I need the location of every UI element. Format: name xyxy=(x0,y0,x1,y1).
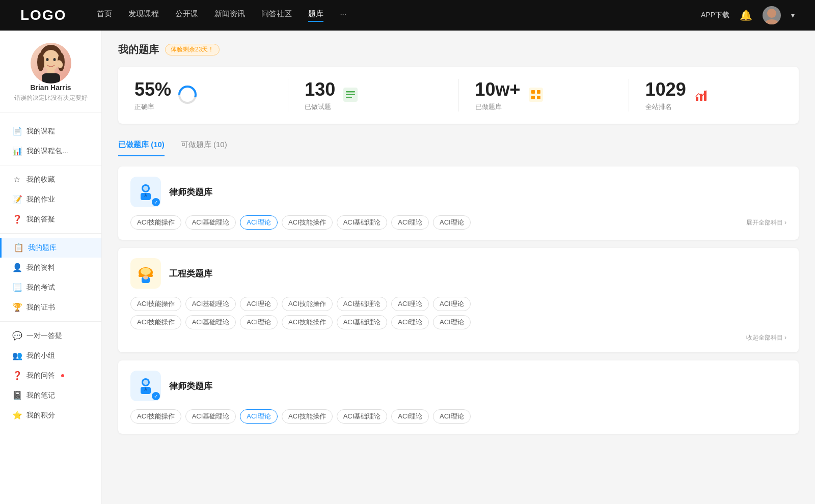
bank-tag[interactable]: ACI基础理论 xyxy=(337,297,388,311)
bank-tag[interactable]: ACI基础理论 xyxy=(185,315,236,329)
nav-news[interactable]: 新闻资讯 xyxy=(214,9,245,22)
bank-tag-active[interactable]: ACI理论 xyxy=(240,409,278,424)
check-badge-icon: ✓ xyxy=(152,198,160,206)
divider xyxy=(0,233,101,234)
svg-point-28 xyxy=(143,186,148,191)
stat-accuracy-label: 正确率 xyxy=(134,102,171,111)
main-content: 我的题库 体验剩余23天！ 55% 正确率 xyxy=(102,31,815,504)
svg-point-32 xyxy=(141,268,151,275)
bank-tag-active[interactable]: ACI理论 xyxy=(240,215,278,230)
sidebar-item-label: 我的题库 xyxy=(28,243,57,253)
user-avatar[interactable] xyxy=(763,6,781,24)
favorites-icon: ☆ xyxy=(12,175,21,184)
logo[interactable]: LOGO xyxy=(20,7,66,23)
bank-tag[interactable]: ACI技能操作 xyxy=(282,215,333,230)
collapse-button[interactable]: 收起全部科目 › xyxy=(130,333,786,342)
sidebar-item-label: 我的课程 xyxy=(26,127,55,136)
one-on-one-icon: 💬 xyxy=(12,331,21,341)
list-icon xyxy=(341,86,360,105)
sidebar-item-qa[interactable]: ❓ 我的答疑 xyxy=(0,209,101,229)
qa-icon: ❓ xyxy=(12,214,21,224)
svg-rect-21 xyxy=(531,96,535,99)
svg-point-4 xyxy=(37,53,44,71)
bank-tag[interactable]: ACI理论 xyxy=(433,297,471,311)
svg-rect-18 xyxy=(529,88,543,102)
sidebar-item-homework[interactable]: 📝 我的作业 xyxy=(0,189,101,209)
nav-home[interactable]: 首页 xyxy=(97,9,112,22)
sidebar-item-question-bank[interactable]: 📋 我的题库 xyxy=(0,238,101,258)
bank-tag[interactable]: ACI技能操作 xyxy=(130,297,181,311)
sidebar-item-group[interactable]: 👥 我的小组 xyxy=(0,346,101,366)
sidebar-item-points[interactable]: ⭐ 我的积分 xyxy=(0,405,101,425)
bank-tags-row: ACI技能操作 ACI基础理论 ACI理论 ACI技能操作 ACI基础理论 AC… xyxy=(130,409,786,424)
sidebar-item-label: 我的积分 xyxy=(26,411,55,420)
bank-tag[interactable]: ACI理论 xyxy=(391,315,429,329)
user-dropdown-icon[interactable]: ▾ xyxy=(791,11,795,19)
bank-card-header: 工程类题库 xyxy=(130,258,786,289)
svg-point-13 xyxy=(183,91,192,99)
bank-tag[interactable]: ACI技能操作 xyxy=(282,315,333,329)
sidebar-item-exam[interactable]: 📃 我的考试 xyxy=(0,277,101,297)
sidebar-item-label: 我的问答 xyxy=(26,371,55,380)
user-tagline: 错误的决定比没有决定要好 xyxy=(14,94,88,102)
bank-tag[interactable]: ACI理论 xyxy=(240,315,278,329)
tab-done-banks[interactable]: 已做题库 (10) xyxy=(118,136,165,156)
check-badge-icon: ✓ xyxy=(152,392,160,400)
sidebar-item-label: 我的笔记 xyxy=(26,391,55,400)
stat-done-questions-value: 130 xyxy=(305,79,335,100)
bank-tag[interactable]: ACI技能操作 xyxy=(282,409,333,424)
trial-badge: 体验剩余23天！ xyxy=(165,44,220,55)
sidebar-item-course-pack[interactable]: 📊 我的课程包... xyxy=(0,141,101,161)
notification-bell-icon[interactable]: 🔔 xyxy=(740,9,752,21)
bank-tag[interactable]: ACI理论 xyxy=(391,297,429,311)
bank-tag[interactable]: ACI理论 xyxy=(433,215,471,230)
stat-done-banks: 10w+ 已做题库 xyxy=(459,79,629,111)
app-download-button[interactable]: APP下载 xyxy=(701,11,729,20)
stat-accuracy-value: 55% xyxy=(134,79,171,100)
bank-card-lawyer-2: ✓ 律师类题库 ACI技能操作 ACI基础理论 ACI理论 ACI技能操作 AC… xyxy=(118,360,799,434)
nav-discover[interactable]: 发现课程 xyxy=(128,9,159,22)
tab-available-banks[interactable]: 可做题库 (10) xyxy=(181,136,227,156)
bank-tag[interactable]: ACI技能操作 xyxy=(282,297,333,311)
sidebar-item-my-qa[interactable]: ❓ 我的问答 xyxy=(0,366,101,385)
stat-done-banks-label: 已做题库 xyxy=(475,102,521,111)
bank-tag[interactable]: ACI理论 xyxy=(433,315,471,329)
bank-tag[interactable]: ACI基础理论 xyxy=(337,409,388,424)
divider xyxy=(0,165,101,165)
bank-tag[interactable]: ACI理论 xyxy=(391,215,429,230)
bank-tag[interactable]: ACI基础理论 xyxy=(185,297,236,311)
sidebar-item-notes[interactable]: 📓 我的笔记 xyxy=(0,385,101,405)
bank-tag[interactable]: ACI技能操作 xyxy=(130,315,181,329)
sidebar-item-label: 我的收藏 xyxy=(26,175,55,184)
expand-button[interactable]: 展开全部科目 › xyxy=(746,218,786,227)
bank-tag[interactable]: ACI基础理论 xyxy=(337,315,388,329)
nav-open-course[interactable]: 公开课 xyxy=(175,9,198,22)
bank-tag[interactable]: ACI基础理论 xyxy=(185,409,236,424)
bank-tag[interactable]: ACI基础理论 xyxy=(337,215,388,230)
stat-done-banks-value: 10w+ xyxy=(475,79,521,100)
sidebar-item-profile[interactable]: 👤 我的资料 xyxy=(0,258,101,277)
nav-qa[interactable]: 问答社区 xyxy=(261,9,292,22)
stat-accuracy: 55% 正确率 xyxy=(118,79,288,111)
course-pack-icon: 📊 xyxy=(12,146,21,156)
bank-tag[interactable]: ACI理论 xyxy=(391,409,429,424)
bank-tag[interactable]: ACI基础理论 xyxy=(185,215,236,230)
svg-point-3 xyxy=(42,50,60,70)
group-icon: 👥 xyxy=(12,351,21,360)
bank-card-header: ✓ 律师类题库 xyxy=(130,371,786,401)
sidebar: Brian Harris 错误的决定比没有决定要好 📄 我的课程 📊 我的课程包… xyxy=(0,31,102,504)
bar-chart-icon xyxy=(692,86,711,105)
profile-icon: 👤 xyxy=(12,263,21,272)
sidebar-item-favorites[interactable]: ☆ 我的收藏 xyxy=(0,170,101,189)
bank-tag[interactable]: ACI技能操作 xyxy=(130,409,181,424)
bank-tag[interactable]: ACI技能操作 xyxy=(130,215,181,230)
bank-tag[interactable]: ACI理论 xyxy=(433,409,471,424)
sidebar-item-my-courses[interactable]: 📄 我的课程 xyxy=(0,121,101,141)
tabs: 已做题库 (10) 可做题库 (10) xyxy=(118,136,799,156)
nav-more[interactable]: ··· xyxy=(340,9,346,22)
bank-tag[interactable]: ACI理论 xyxy=(240,297,278,311)
sidebar-item-one-on-one[interactable]: 💬 一对一答疑 xyxy=(0,326,101,346)
svg-point-9 xyxy=(53,58,56,61)
sidebar-item-certificate[interactable]: 🏆 我的证书 xyxy=(0,297,101,317)
nav-question-bank[interactable]: 题库 xyxy=(308,9,323,22)
